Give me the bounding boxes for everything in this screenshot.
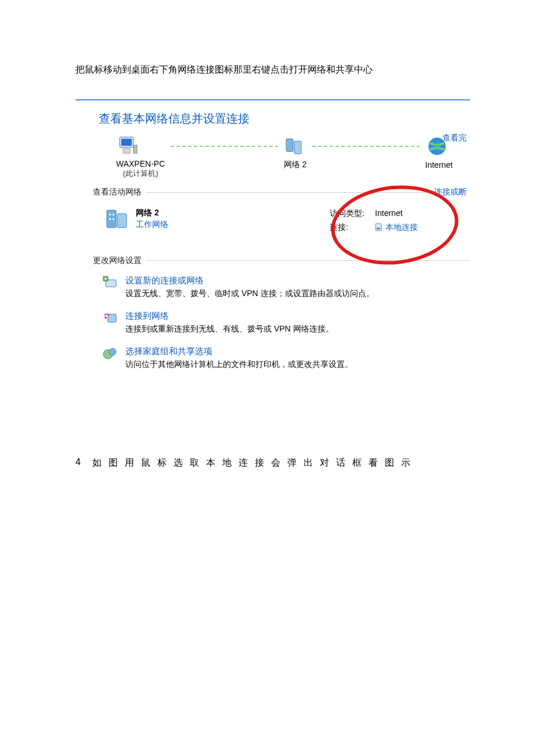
- topo-network-node: 网络 2: [284, 135, 307, 179]
- connection-label: 连接:: [330, 221, 366, 235]
- building-network-icon: [104, 207, 130, 231]
- setup-new-connection-item[interactable]: 设置新的连接或网络 设置无线、宽带、拨号、临时或 VPN 连接；或设置路由器或访…: [102, 269, 470, 305]
- svg-rect-11: [113, 214, 114, 215]
- instruction-text-2: 4 如图用鼠标选取本地连接会弹出对话框看图示: [75, 457, 464, 469]
- step-text: 如图用鼠标选取本地连接会弹出对话框看图示: [92, 457, 417, 469]
- svg-rect-13: [113, 218, 114, 220]
- active-network-row: 网络 2 工作网络 访问类型: Internet 连接: 本地连接: [75, 202, 470, 239]
- svg-rect-14: [376, 224, 381, 231]
- topo-network-label: 网络 2: [284, 160, 307, 170]
- setup-new-connection-desc: 设置无线、宽带、拨号、临时或 VPN 连接；或设置路由器或访问点。: [125, 289, 374, 299]
- svg-point-21: [109, 348, 116, 355]
- svg-rect-5: [294, 141, 301, 154]
- svg-rect-9: [117, 214, 127, 228]
- svg-rect-8: [107, 210, 116, 228]
- topo-pc-label: WAXPEN-PC: [116, 159, 165, 168]
- topo-pc-sublabel: (此计算机): [116, 168, 165, 179]
- svg-point-6: [428, 138, 446, 155]
- svg-rect-4: [286, 139, 293, 152]
- settings-header: 更改网络设置: [93, 255, 142, 266]
- network-device-icon: [284, 135, 307, 157]
- svg-rect-12: [109, 218, 111, 220]
- topo-internet-node: Internet: [425, 136, 453, 178]
- topology-connector: [171, 146, 277, 147]
- connect-disconnect-link[interactable]: 连接或断: [434, 187, 470, 197]
- internet-globe-icon: [425, 136, 453, 158]
- connect-to-network-link[interactable]: 连接到网络: [125, 311, 334, 322]
- connect-to-network-desc: 连接到或重新连接到无线、有线、拨号或 VPN 网络连接。: [125, 324, 334, 334]
- active-network-type-link[interactable]: 工作网络: [136, 219, 168, 231]
- svg-rect-3: [134, 145, 137, 153]
- panel-title: 查看基本网络信息并设置连接: [75, 106, 470, 135]
- active-networks-label: 查看活动网络: [75, 187, 142, 197]
- change-network-settings: 更改网络设置 设置新的连接或网络 设置无线、宽带、拨号、临时或 VPN 连接；或…: [75, 239, 470, 376]
- svg-point-19: [104, 316, 107, 319]
- access-type-value: Internet: [375, 207, 402, 221]
- topology-connector: [312, 146, 419, 147]
- connect-network-icon: [102, 311, 118, 326]
- access-type-label: 访问类型:: [330, 207, 366, 221]
- local-connection-link[interactable]: 本地连接: [375, 221, 418, 235]
- connect-to-network-item[interactable]: 连接到网络 连接到或重新连接到无线、有线、拨号或 VPN 网络连接。: [102, 305, 470, 340]
- network-topology: WAXPEN-PC (此计算机) 网络 2 Internet: [75, 135, 470, 183]
- instruction-text-1: 把鼠标移动到桌面右下角网络连接图标那里右键点击打开网络和共享中心: [75, 64, 464, 76]
- svg-rect-2: [123, 149, 130, 153]
- setup-new-connection-link[interactable]: 设置新的连接或网络: [125, 275, 374, 286]
- homegroup-icon: [102, 346, 118, 361]
- network-sharing-panel: 查看基本网络信息并设置连接 查看完 WAXPEN-PC (此计算机) 网络 2 …: [75, 99, 470, 387]
- homegroup-sharing-desc: 访问位于其他网络计算机上的文件和打印机，或更改共享设置。: [125, 359, 353, 370]
- homegroup-sharing-link[interactable]: 选择家庭组和共享选项: [125, 346, 353, 357]
- homegroup-sharing-item[interactable]: 选择家庭组和共享选项 访问位于其他网络计算机上的文件和打印机，或更改共享设置。: [102, 340, 470, 376]
- nic-icon: [375, 223, 382, 231]
- topo-internet-label: Internet: [425, 160, 453, 170]
- active-network-name: 网络 2: [136, 207, 168, 219]
- svg-rect-1: [121, 139, 132, 146]
- svg-rect-15: [377, 228, 380, 229]
- svg-rect-18: [108, 314, 116, 322]
- svg-rect-10: [109, 214, 111, 215]
- computer-icon: [116, 135, 165, 157]
- active-networks-header: 查看活动网络 连接或断: [75, 187, 470, 197]
- network-setup-icon: [102, 275, 118, 290]
- step-number: 4: [75, 457, 81, 469]
- topo-pc-node: WAXPEN-PC (此计算机): [116, 135, 165, 179]
